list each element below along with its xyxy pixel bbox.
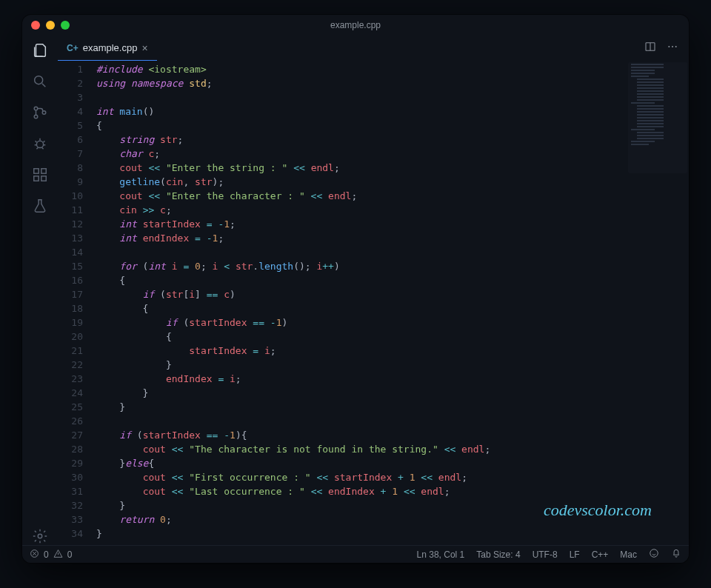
code-line: int endIndex = -1; <box>96 231 689 245</box>
svg-point-4 <box>36 141 43 147</box>
code-line: return 0; <box>96 512 689 527</box>
code-line: using namespace std; <box>96 76 689 90</box>
svg-rect-7 <box>41 176 46 181</box>
os-indicator[interactable]: Mac <box>620 549 637 560</box>
tab-filename: example.cpp <box>83 42 138 53</box>
code-line <box>96 90 689 104</box>
svg-point-0 <box>35 76 43 84</box>
search-icon[interactable] <box>31 73 49 90</box>
warnings-icon[interactable] <box>53 549 63 561</box>
code-line: }else{ <box>96 456 689 470</box>
errors-icon[interactable] <box>30 549 39 561</box>
svg-rect-5 <box>34 169 39 173</box>
editor-area: C+ example.cpp × 12345678910111213141516… <box>58 36 689 545</box>
close-window-button[interactable] <box>31 21 40 30</box>
code-line: cout << "Enter the character : " << endl… <box>96 189 689 203</box>
warnings-count[interactable]: 0 <box>67 549 73 560</box>
code-line: cout << "Last occurrence : " << endIndex… <box>96 484 689 498</box>
code-content[interactable]: #include <iostream>using namespace std; … <box>96 61 689 545</box>
titlebar: example.cpp <box>22 15 689 36</box>
errors-count[interactable]: 0 <box>44 549 49 560</box>
svg-point-11 <box>668 46 670 47</box>
bell-icon[interactable] <box>671 548 681 561</box>
code-line: cout << "The character is not found in t… <box>96 442 689 456</box>
code-line: } <box>96 498 689 512</box>
window-controls <box>31 21 70 30</box>
close-tab-icon[interactable]: × <box>141 42 147 54</box>
code-line: } <box>96 386 689 400</box>
more-actions-icon[interactable] <box>667 41 678 56</box>
line-number-gutter: 1234567891011121314151617181920212223242… <box>58 61 96 545</box>
svg-point-9 <box>38 534 42 538</box>
code-line: if (str[i] == c) <box>96 287 689 301</box>
extensions-icon[interactable] <box>31 166 49 184</box>
feedback-icon[interactable] <box>649 548 659 561</box>
minimap[interactable] <box>628 62 687 173</box>
code-line: endIndex = i; <box>96 372 689 386</box>
eol[interactable]: LF <box>570 549 580 560</box>
code-line: #include <iostream> <box>96 62 689 76</box>
tab-bar: C+ example.cpp × <box>58 36 689 61</box>
code-line: if (startIndex == -1){ <box>96 428 689 442</box>
code-line: for (int i = 0; i < str.length(); i++) <box>96 259 689 273</box>
code-line: string str; <box>96 133 689 147</box>
code-line: if (startIndex == -1) <box>96 315 689 330</box>
code-line: char c; <box>96 147 689 161</box>
svg-rect-6 <box>34 176 39 181</box>
status-bar: 0 0 Ln 38, Col 1 Tab Size: 4 UTF-8 LF C+… <box>22 545 689 563</box>
tab-example-cpp[interactable]: C+ example.cpp × <box>58 36 157 61</box>
minimize-window-button[interactable] <box>46 21 55 30</box>
svg-rect-8 <box>41 169 46 173</box>
tabbar-actions <box>644 36 689 61</box>
explorer-icon[interactable] <box>31 41 49 59</box>
code-line: { <box>96 301 689 315</box>
svg-point-13 <box>675 46 677 47</box>
code-line: } <box>96 358 689 372</box>
cursor-position[interactable]: Ln 38, Col 1 <box>417 549 465 560</box>
code-line: int startIndex = -1; <box>96 217 689 231</box>
indentation[interactable]: Tab Size: 4 <box>476 549 520 560</box>
code-line: cout << "First occurrence : " << startIn… <box>96 470 689 484</box>
code-line: int main() <box>96 104 689 118</box>
code-line: } <box>96 527 689 541</box>
maximize-window-button[interactable] <box>61 21 70 30</box>
svg-point-3 <box>42 111 46 115</box>
source-control-icon[interactable] <box>31 104 49 121</box>
code-line: } <box>96 400 689 414</box>
code-line <box>96 414 689 428</box>
activity-bar <box>22 36 58 545</box>
code-line: cout << "Enter the string : " << endl; <box>96 161 689 175</box>
code-line: { <box>96 273 689 287</box>
code-line: { <box>96 118 689 133</box>
code-line <box>96 245 689 259</box>
split-editor-icon[interactable] <box>644 41 656 56</box>
cpp-file-icon: C+ <box>67 43 79 53</box>
code-line: { <box>96 330 689 344</box>
svg-point-1 <box>34 107 38 110</box>
editor-window: example.cpp <box>22 15 689 563</box>
code-line: getline(cin, str); <box>96 175 689 189</box>
code-line: cin >> c; <box>96 203 689 217</box>
encoding[interactable]: UTF-8 <box>533 549 558 560</box>
code-line: startIndex = i; <box>96 344 689 358</box>
main-row: C+ example.cpp × 12345678910111213141516… <box>22 36 689 545</box>
language-mode[interactable]: C++ <box>592 549 609 560</box>
editor-body[interactable]: 1234567891011121314151617181920212223242… <box>58 61 689 545</box>
svg-point-15 <box>650 549 658 558</box>
window-title: example.cpp <box>330 20 381 30</box>
debug-icon[interactable] <box>31 135 49 153</box>
flask-icon[interactable] <box>31 197 49 215</box>
svg-point-2 <box>34 115 38 118</box>
settings-gear-icon[interactable] <box>31 527 49 545</box>
svg-point-12 <box>672 46 673 47</box>
